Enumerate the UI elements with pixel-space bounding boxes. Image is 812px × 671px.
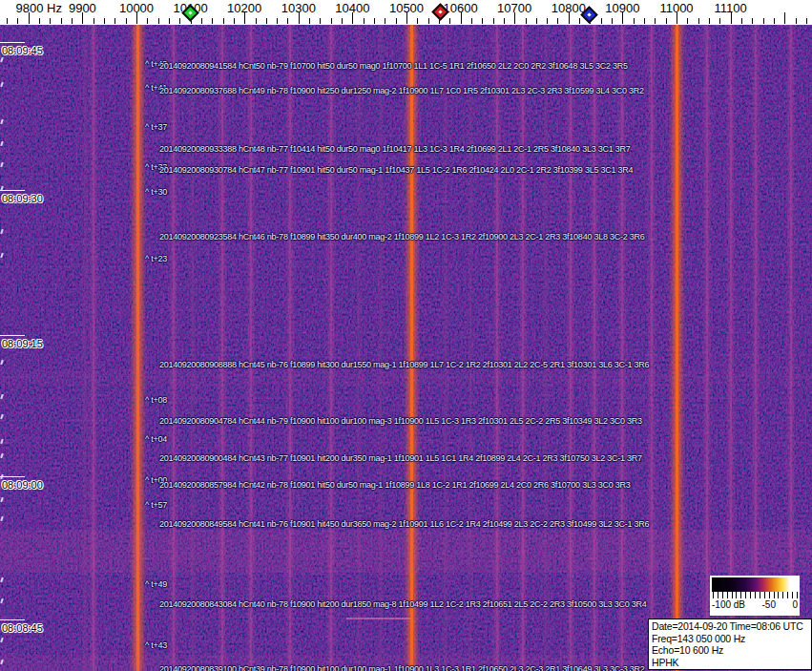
carrier-line <box>593 25 595 671</box>
freq-label: 10500 <box>389 1 424 15</box>
freq-tick <box>428 18 429 24</box>
info-date-time: Date=2014-09-20 Time=08:06 UTC <box>652 620 811 633</box>
noise-band <box>0 370 812 386</box>
detection-log-line: 20140920080908888 hCnt45 nb-76 f10899 hi… <box>159 360 649 369</box>
colorbar-tick <box>782 592 783 598</box>
info-station: HPHK <box>652 657 811 669</box>
colorbar-tick <box>736 592 737 598</box>
echo-time-marker: ^ t+43 <box>145 640 167 650</box>
colorbar-tick <box>722 592 723 598</box>
freq-tick <box>752 18 753 24</box>
detection-log-line: 20140920080930784 hCnt47 nb-77 f10901 hi… <box>159 165 633 175</box>
freq-tick <box>482 18 483 24</box>
freq-tick <box>471 18 472 24</box>
carrier-line <box>706 25 708 671</box>
freq-tick <box>536 18 537 24</box>
colorbar-tick <box>745 592 746 598</box>
detection-log-line: 20140920080941584 hCnt50 nb-79 f10700 hi… <box>159 61 628 71</box>
freq-tick <box>39 18 40 24</box>
freq-tick <box>698 18 699 24</box>
freq-label: 9900 <box>69 1 96 15</box>
colorbar-tick <box>792 592 793 598</box>
freq-tick <box>50 18 51 24</box>
time-label: 08:09:30 <box>2 193 43 204</box>
freq-tick <box>417 18 418 24</box>
carrier-line <box>358 25 360 671</box>
freq-tick <box>179 18 180 24</box>
color-scale: -100 dB -50 0 <box>710 576 800 616</box>
colorbar-tick <box>727 592 728 598</box>
carrier-line <box>445 25 447 671</box>
freq-tick <box>104 18 105 24</box>
freq-tick <box>374 18 375 24</box>
freq-tick <box>644 18 645 24</box>
colorbar-tick <box>718 592 718 598</box>
carrier-line <box>651 25 653 671</box>
freq-label: 10700 <box>497 1 531 15</box>
time-tick-line <box>0 42 25 43</box>
freq-tick <box>287 18 288 24</box>
freq-label: 11100 <box>714 1 746 15</box>
freq-tick <box>72 18 73 24</box>
colorbar-tick <box>750 592 751 598</box>
freq-label: 10200 <box>227 1 261 15</box>
freq-tick <box>612 18 613 24</box>
echo-time-marker: ^ t+30 <box>145 187 167 197</box>
colorbar-tick <box>764 592 765 598</box>
meteor-echo-observation-window: 9800 Hz990010000101001020010300104001050… <box>0 0 812 671</box>
freq-tick <box>342 18 343 24</box>
colorbar-tick <box>774 592 775 598</box>
time-label: 08:09:45 <box>2 45 43 56</box>
freq-tick <box>796 18 797 24</box>
time-tick-line <box>0 190 25 191</box>
detection-log-line: 20140920080933388 hCnt48 nb-77 f10414 hi… <box>159 144 630 154</box>
carrier-line <box>93 25 94 671</box>
freq-tick <box>557 18 558 24</box>
colorbar-tick <box>760 592 760 598</box>
carrier-line <box>289 25 291 671</box>
time-label: 08:08:45 <box>2 622 43 634</box>
freq-tick <box>17 18 18 24</box>
freq-tick <box>364 18 364 24</box>
freq-tick <box>126 18 127 24</box>
freq-tick <box>774 18 775 24</box>
freq-tick <box>396 18 397 24</box>
echo-time-marker: ^ t+08 <box>145 395 167 405</box>
echo-time-marker: ^ t+57 <box>145 500 167 510</box>
freq-tick <box>94 18 94 24</box>
freq-tick <box>526 18 527 24</box>
carrier-line <box>545 25 547 671</box>
freq-tick <box>115 18 115 24</box>
freq-label: 10600 <box>444 1 478 15</box>
colorbar-tick <box>740 592 741 598</box>
freq-tick <box>61 18 62 24</box>
info-box: Date=2014-09-20 Time=08:06 UTC Freq=143 … <box>648 619 812 670</box>
frequency-axis: 9800 Hz990010000101001020010300104001050… <box>0 0 812 25</box>
freq-tick <box>277 18 278 24</box>
detection-log-line: 20140920080839100 hCnt39 nb-78 f10900 hi… <box>159 664 644 671</box>
freq-tick <box>158 18 159 24</box>
carrier-line <box>192 25 194 671</box>
echo-time-marker: ^ t+37 <box>145 122 167 132</box>
freq-tick <box>212 18 213 24</box>
freq-tick <box>601 18 602 24</box>
freq-tick <box>719 18 720 24</box>
time-tick-line <box>0 335 25 336</box>
freq-tick <box>655 18 656 24</box>
freq-label: 10900 <box>605 1 639 15</box>
time-tick-line <box>0 476 25 477</box>
scale-mid-label: -50 <box>762 599 776 610</box>
freq-tick <box>449 18 450 24</box>
freq-tick <box>504 18 505 24</box>
freq-tick <box>741 18 742 24</box>
info-echo: Echo=10 600 Hz <box>652 644 811 657</box>
carrier-line <box>410 25 413 671</box>
carrier-line <box>522 25 524 671</box>
freq-tick <box>666 18 667 24</box>
detection-log-line: 20140920080937688 hCnt49 nb-78 f10900 hi… <box>159 86 644 95</box>
colorbar-tick <box>797 592 798 598</box>
colorbar-ruler <box>712 592 798 599</box>
detection-log-line: 20140920080857984 hCnt42 nb-78 f10901 hi… <box>159 480 630 490</box>
detection-log-line: 20140920080849584 hCnt41 nb-76 f10901 hi… <box>159 519 649 529</box>
echo-time-marker: ^ t+04 <box>145 434 167 444</box>
